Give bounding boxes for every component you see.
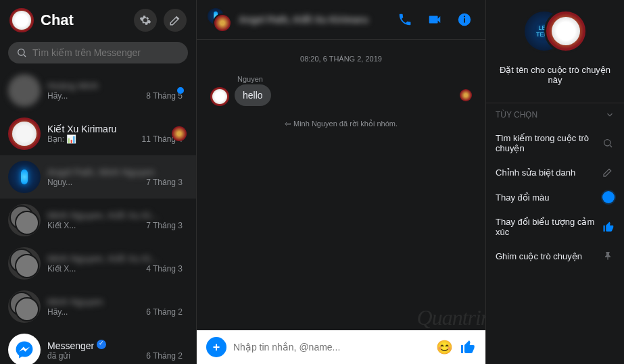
conversation-item[interactable]: Hoàng Minh Hãy...8 Tháng 5 (0, 69, 196, 112)
svg-point-4 (604, 140, 610, 146)
verified-icon (97, 340, 106, 349)
convo-name: Hoàng Minh (47, 80, 188, 91)
avatar (8, 247, 41, 280)
avatar (8, 161, 41, 193)
convo-name: Minh Nguyen (47, 296, 188, 307)
avatar (8, 334, 41, 364)
details-panel: Đặt tên cho cuộc trò chuyện này TÙY CHỌN… (485, 0, 624, 364)
convo-name: Minh Nguyen, Kiết Xu Ki... (47, 210, 188, 221)
option-search[interactable]: Tìm kiếm trong cuộc trò chuyện (486, 126, 624, 160)
info-button[interactable] (453, 8, 476, 31)
option-pin[interactable]: Ghim cuộc trò chuyện (486, 244, 624, 268)
conversation-item[interactable]: Angel Path, Minh Nguyen Nguy...7 Tháng 3 (0, 155, 196, 199)
voice-call-button[interactable] (393, 8, 416, 31)
sticker-button[interactable]: 😊 (436, 339, 453, 355)
profile-avatar[interactable] (9, 8, 34, 32)
video-call-button[interactable] (423, 8, 446, 31)
name-chat-label[interactable]: Đặt tên cho cuộc trò chuyện này (486, 62, 624, 86)
message-input[interactable] (233, 342, 429, 353)
thumbs-up-icon (602, 221, 615, 233)
svg-rect-2 (464, 18, 465, 22)
compose-icon[interactable] (164, 9, 187, 32)
avatar (8, 290, 41, 323)
avatar (8, 74, 41, 107)
message-row: hello (210, 84, 472, 106)
option-nickname[interactable]: Chỉnh sửa biệt danh (486, 160, 624, 184)
chevron-down-icon (605, 110, 615, 120)
conversation-title[interactable]: Angel Path, Kiết Xu Kirimaru (239, 14, 387, 25)
composer: + 😊 (197, 330, 485, 364)
conversation-avatar[interactable] (206, 7, 232, 32)
unread-dot (177, 87, 184, 94)
sender-label: Nguyen (237, 75, 472, 83)
avatar (8, 204, 41, 236)
sidebar-title: Chat (41, 11, 127, 29)
details-avatar[interactable] (486, 9, 624, 58)
option-color[interactable]: Thay đổi màu (486, 184, 624, 210)
color-dot-icon (602, 191, 615, 203)
like-button[interactable] (460, 339, 476, 355)
message-avatar[interactable] (210, 87, 229, 106)
svg-point-3 (464, 16, 465, 17)
avatar (8, 118, 41, 150)
pin-icon (601, 251, 615, 261)
options-section-header[interactable]: TÙY CHỌN (486, 103, 624, 126)
conversation-item[interactable]: Minh Nguyen Hãy...6 Tháng 2 (0, 285, 196, 328)
svg-point-0 (18, 49, 24, 55)
watermark: Quantrimang (417, 305, 485, 330)
message-bubble[interactable]: hello (235, 84, 271, 106)
search-icon (601, 138, 615, 149)
search-box[interactable] (8, 42, 188, 63)
sidebar-header: Chat (0, 0, 196, 39)
conversation-item[interactable]: Minh Nguyen, Kiết Xu Ki... Kiết X...7 Th… (0, 199, 196, 242)
read-receipt (460, 89, 472, 101)
conversation-item[interactable]: Kiết Xu Kirimaru Bạn: 📊11 Tháng 4 (0, 112, 196, 155)
system-message: ⇦Minh Nguyen đã rời khỏi nhóm. (210, 120, 472, 128)
convo-name: Messenger (47, 340, 188, 351)
convo-badge (172, 126, 187, 141)
main-panel: Angel Path, Kiết Xu Kirimaru 08:20, 6 TH… (197, 0, 485, 364)
search-input[interactable] (32, 47, 180, 58)
convo-name: Angel Path, Minh Nguyen (47, 167, 188, 178)
add-attachment-button[interactable]: + (206, 337, 226, 357)
search-icon (16, 47, 27, 58)
edit-icon (601, 167, 615, 178)
settings-icon[interactable] (134, 9, 157, 32)
sidebar: Chat Hoàng Minh Hãy...8 Tháng 5 Kiết Xu … (0, 0, 197, 364)
conversation-item[interactable]: Minh Nguyen, Kiết Xu Ki... Kiết X...4 Th… (0, 242, 196, 285)
conversation-item[interactable]: Messenger đã gửi6 Tháng 2 (0, 328, 196, 364)
message-area: 08:20, 6 THÁNG 2, 2019 Nguyen hello ⇦Min… (197, 40, 485, 330)
conversation-list: Hoàng Minh Hãy...8 Tháng 5 Kiết Xu Kirim… (0, 69, 196, 364)
option-emoji[interactable]: Thay đổi biểu tượng cảm xúc (486, 210, 624, 244)
convo-name: Minh Nguyen, Kiết Xu Ki... (47, 253, 188, 264)
timestamp: 08:20, 6 THÁNG 2, 2019 (210, 55, 472, 63)
convo-name: Kiết Xu Kirimaru (47, 124, 188, 134)
conversation-header: Angel Path, Kiết Xu Kirimaru (197, 0, 485, 40)
